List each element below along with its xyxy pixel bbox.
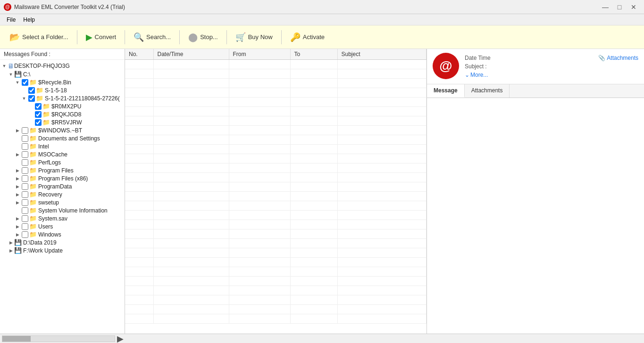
tree-node-windows[interactable]: ▶ 📁 Windows <box>0 230 125 238</box>
table-row[interactable] <box>125 126 427 135</box>
table-row[interactable] <box>125 305 427 314</box>
checkbox-msocache[interactable] <box>22 151 28 158</box>
table-row[interactable] <box>125 69 427 79</box>
checkbox-recovery[interactable] <box>22 191 28 198</box>
checkbox-program-files[interactable] <box>22 167 28 174</box>
toggle-c[interactable]: ▼ <box>8 72 14 77</box>
toggle-program-files-x86[interactable]: ▶ <box>14 176 21 181</box>
table-row[interactable] <box>125 173 427 182</box>
toggle-desktop[interactable]: ▼ <box>1 64 8 68</box>
table-row[interactable] <box>125 239 427 248</box>
tree-node-rqkjgd8[interactable]: 📁 $RQKJGD8 <box>0 110 125 118</box>
tree-node-s1518[interactable]: 📁 S-1-5-18 <box>0 86 125 94</box>
toggle-recovery[interactable]: ▶ <box>14 192 21 197</box>
tree-node-desktop[interactable]: ▼ 🖥 DESKTOP-FHQJO3G <box>0 62 125 70</box>
select-folder-button[interactable]: 📂 Select a Folder... <box>5 30 73 44</box>
tree-node-sys-vol-info[interactable]: 📁 System Volume Information <box>0 206 125 214</box>
table-row[interactable] <box>125 98 427 107</box>
toggle-windows[interactable]: ▶ <box>14 232 21 237</box>
checkbox-intel[interactable] <box>22 143 28 150</box>
table-row[interactable] <box>125 267 427 277</box>
checkbox-windows[interactable] <box>22 231 28 238</box>
toggle-f-drive[interactable]: ▶ <box>8 248 14 253</box>
toggle-swsetup[interactable]: ▶ <box>14 200 21 205</box>
checkbox-rr5vjrw[interactable] <box>35 119 42 126</box>
menu-file[interactable]: File <box>3 16 19 24</box>
search-button[interactable]: 🔍 Search... <box>129 30 176 44</box>
col-subject[interactable]: Subject <box>337 49 427 60</box>
table-row[interactable] <box>125 163 427 173</box>
toggle-users[interactable]: ▶ <box>14 224 21 229</box>
table-row[interactable] <box>125 79 427 88</box>
checkbox-perflogs[interactable] <box>22 159 28 166</box>
table-row[interactable] <box>125 211 427 220</box>
checkbox-users[interactable] <box>22 223 28 230</box>
col-no[interactable]: No. <box>125 49 153 60</box>
table-row[interactable] <box>125 220 427 229</box>
tree-node-doc-settings[interactable]: 📁 Documents and Settings <box>0 134 125 142</box>
table-row[interactable] <box>125 248 427 258</box>
tree-node-d-drive[interactable]: ▶ 💾 D:\Data 2019 <box>0 238 125 246</box>
checkbox-programdata[interactable] <box>22 183 28 190</box>
tree-node-c[interactable]: ▼ 💾 C:\ <box>0 70 125 78</box>
activate-button[interactable]: 🔑 Activate <box>285 30 329 44</box>
checkbox-windows-bt[interactable] <box>22 127 28 134</box>
checkbox-system-sav[interactable] <box>22 215 28 222</box>
table-row[interactable] <box>125 60 427 69</box>
checkbox-rqkjgd8[interactable] <box>35 111 42 118</box>
table-row[interactable] <box>125 182 427 192</box>
checkbox-s1518[interactable] <box>28 87 35 94</box>
horizontal-scrollbar[interactable] <box>2 335 115 342</box>
menu-help[interactable]: Help <box>19 16 39 24</box>
tree-node-intel[interactable]: 📁 Intel <box>0 142 125 150</box>
toggle-windows-bt[interactable]: ▶ <box>14 128 21 133</box>
attachments-link[interactable]: 📎 Attachments <box>598 55 638 61</box>
table-row[interactable] <box>125 135 427 145</box>
col-datetime[interactable]: Date/Time <box>153 49 229 60</box>
table-row[interactable] <box>125 145 427 154</box>
table-row[interactable] <box>125 201 427 211</box>
col-from[interactable]: From <box>229 49 290 60</box>
toggle-s1521[interactable]: ▼ <box>21 96 27 101</box>
table-row[interactable] <box>125 286 427 295</box>
tree-node-msocache[interactable]: ▶ 📁 MSOCache <box>0 150 125 158</box>
toggle-system-sav[interactable]: ▶ <box>14 216 21 221</box>
buy-now-button[interactable]: 🛒 Buy Now <box>231 30 277 44</box>
checkbox-doc-settings[interactable] <box>22 135 28 142</box>
tree-node-swsetup[interactable]: ▶ 📁 swsetup <box>0 198 125 206</box>
scroll-right-button[interactable]: ▶ <box>117 334 124 343</box>
convert-button[interactable]: ▶ Convert <box>81 30 121 44</box>
tree-node-rr5vjrw[interactable]: 📁 $RR5VJRW <box>0 118 125 126</box>
tree-node-program-files-x86[interactable]: ▶ 📁 Program Files (x86) <box>0 174 125 182</box>
tree-node-f-drive[interactable]: ▶ 💾 F:\Work Update <box>0 246 125 254</box>
tree-node-recycle[interactable]: ▼ 📁 $Recycle.Bin <box>0 78 125 86</box>
table-row[interactable] <box>125 107 427 116</box>
table-row[interactable] <box>125 229 427 239</box>
checkbox-s1521[interactable] <box>28 95 35 102</box>
table-row[interactable] <box>125 295 427 305</box>
table-row[interactable] <box>125 192 427 201</box>
toggle-program-files[interactable]: ▶ <box>14 168 21 173</box>
checkbox-recycle[interactable] <box>22 79 28 86</box>
tab-message[interactable]: Message <box>427 84 465 98</box>
scrollbar-thumb[interactable] <box>2 336 31 342</box>
tree-node-windows-bt[interactable]: ▶ 📁 $WINDOWS.~BT <box>0 126 125 134</box>
toggle-programdata[interactable]: ▶ <box>14 184 21 189</box>
toggle-d-drive[interactable]: ▶ <box>8 240 14 245</box>
maximize-button[interactable]: □ <box>613 0 626 14</box>
tree-node-s1521[interactable]: ▼ 📁 S-1-5-21-2121180845-27226( <box>0 94 125 102</box>
tab-attachments[interactable]: Attachments <box>465 84 510 98</box>
table-row[interactable] <box>125 314 427 324</box>
tree-node-perflogs[interactable]: 📁 PerfLogs <box>0 158 125 166</box>
table-row[interactable] <box>125 88 427 98</box>
tree-node-r0mx2pu[interactable]: 📁 $R0MX2PU <box>0 102 125 110</box>
tree-node-recovery[interactable]: ▶ 📁 Recovery <box>0 190 125 198</box>
minimize-button[interactable]: — <box>599 0 612 14</box>
toggle-recycle[interactable]: ▼ <box>14 80 21 85</box>
tree-node-programdata[interactable]: ▶ 📁 ProgramData <box>0 182 125 190</box>
tree-node-users[interactable]: ▶ 📁 Users <box>0 222 125 230</box>
stop-button[interactable]: ⬤ Stop... <box>184 30 223 44</box>
checkbox-program-files-x86[interactable] <box>22 175 28 182</box>
table-row[interactable] <box>125 258 427 267</box>
checkbox-swsetup[interactable] <box>22 199 28 206</box>
